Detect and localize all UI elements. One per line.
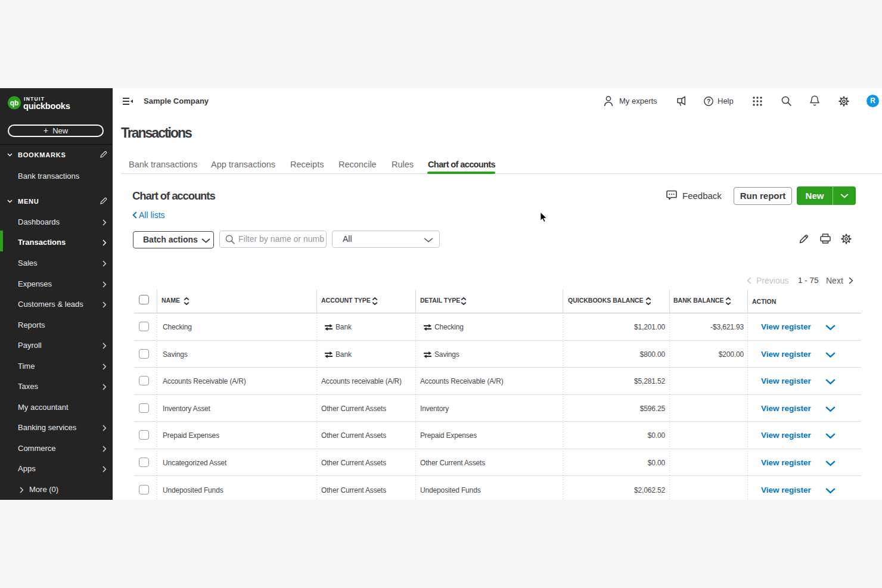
svg-text:?: ?: [707, 98, 710, 105]
svg-text:qb: qb: [10, 99, 19, 107]
